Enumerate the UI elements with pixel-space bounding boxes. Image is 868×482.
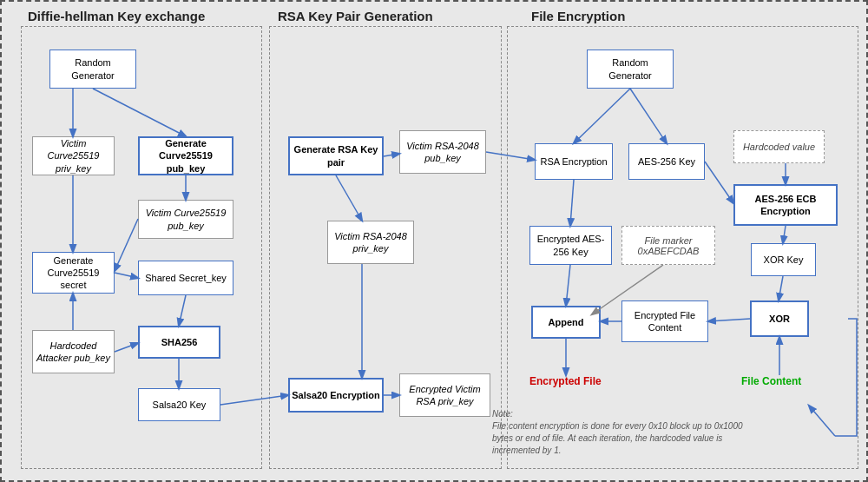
fe-encrypted-file-label: Encrypted File	[529, 375, 602, 387]
section-title-dh: Diffie-hellman Key exchange	[28, 9, 205, 23]
fe-file-content-label: File Content	[741, 375, 801, 387]
rsa-salsa20-box: Salsa20 Encryption	[288, 378, 384, 413]
rsa-gen-box: Generate RSA Key pair	[288, 136, 384, 175]
section-title-fe: File Encryption	[531, 9, 625, 23]
rsa-victim-priv-box: Victim RSA-2048 priv_key	[327, 221, 414, 264]
fe-xor-box: XOR	[750, 300, 809, 337]
dh-gen-pub-box: Generate Curve25519 pub_key	[138, 136, 233, 175]
fe-xor-key-box: XOR Key	[751, 243, 816, 276]
dh-random-box: Random Generator	[49, 50, 136, 89]
fe-rsa-enc-box: RSA Encryption	[535, 143, 613, 180]
dh-victim-priv-box: Victim Curve25519 priv_key	[32, 136, 115, 175]
fe-append-box: Append	[531, 306, 601, 339]
note-text: Note: File content encryption is done fo…	[492, 408, 848, 457]
fe-aes256-key-box: AES-256 Key	[628, 143, 705, 180]
fe-enc-file-content-box: Encrypted File Content	[621, 300, 708, 342]
main-container: Diffie-hellman Key exchange RSA Key Pair…	[0, 0, 868, 482]
dh-shared-box: Shared Secret_key	[138, 261, 233, 295]
dh-gen-secret-box: Generate Curve25519 secret	[32, 252, 115, 294]
fe-aes256-ecb-box: AES-256 ECB Encryption	[733, 184, 838, 226]
fe-file-marker-label: File marker 0xABEFCDAB	[621, 226, 715, 265]
fe-hardcoded-label: Hardcoded value	[733, 130, 825, 163]
dh-hardcoded-attacker-box: Hardcoded Attacker pub_key	[32, 330, 115, 373]
section-title-rsa: RSA Key Pair Generation	[278, 9, 433, 23]
dh-salsa20-box: Salsa20 Key	[138, 388, 220, 421]
dh-sha256-box: SHA256	[138, 326, 220, 359]
rsa-encrypted-priv-box: Encrypted Victim RSA priv_key	[399, 373, 490, 417]
dh-victim-pub-box: Victim Curve25519 pub_key	[138, 200, 233, 239]
fe-enc-aes-key-box: Encrypted AES-256 Key	[529, 226, 612, 265]
rsa-victim-pub-box: Victim RSA-2048 pub_key	[399, 130, 486, 174]
fe-random-box: Random Generator	[587, 50, 674, 89]
